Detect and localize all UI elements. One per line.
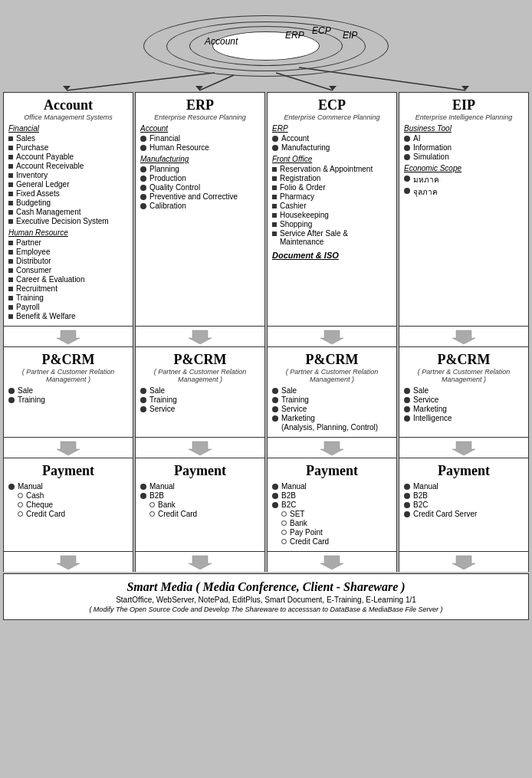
list-item: มหภาค <box>404 174 524 185</box>
list-item: Human Resource <box>140 143 260 152</box>
arrow-cell <box>399 438 529 458</box>
list-item: B2C <box>404 501 524 509</box>
pcrm-header-3: P&CRM ( Partner & Customer Relation Mana… <box>404 352 524 383</box>
human-resource-label: Human Resource <box>8 228 128 237</box>
eip-subtitle: Enterprise Intelligence Planning <box>404 113 524 121</box>
payment-title-3: Payment <box>404 463 524 479</box>
list-item: Bank <box>272 519 392 527</box>
list-item: Shopping <box>272 220 392 228</box>
pcrm-header-0: P&CRM ( Partner & Customer Relation Mana… <box>8 352 128 383</box>
down-arrow-icon <box>320 440 343 455</box>
arrow-cell <box>399 327 529 346</box>
svg-marker-16 <box>57 556 80 570</box>
footer-title: Smart Media ( Media Conference, Client -… <box>10 580 522 594</box>
pcrm-title-2: P&CRM <box>272 352 392 368</box>
main-grid: Account Office Management Systems Financ… <box>0 92 532 327</box>
list-item: Sale <box>404 386 524 395</box>
list-item: Payroll <box>8 303 128 311</box>
account-title: Account <box>8 97 128 113</box>
pcrm-subtitle-3: ( Partner & Customer Relation Management… <box>404 368 524 383</box>
list-item: Bank <box>140 501 260 509</box>
list-item: B2C <box>272 501 392 509</box>
ecp-header: ECP Enterprise Commerce Planning <box>272 97 392 121</box>
list-item: Partner <box>8 238 128 247</box>
list-item: Sales <box>8 134 128 143</box>
list-item: Marketing <box>272 414 392 422</box>
list-item: Preventive and Corrective <box>140 192 260 201</box>
eip-column: EIP Enterprise Intelligence Planning Bus… <box>399 92 529 327</box>
erp-subtitle: Enterprise Resource Planning <box>140 113 260 121</box>
list-item: Consumer <box>8 266 128 274</box>
label-erp: ERP <box>285 30 304 41</box>
list-item: Credit Card <box>140 510 260 518</box>
ecp-erp-label: ERP <box>272 124 392 133</box>
arrow-row-1 <box>0 327 532 346</box>
list-item: Training <box>140 396 260 404</box>
arrow-cell <box>135 327 265 346</box>
pcrm-title-0: P&CRM <box>8 352 128 368</box>
list-item: Sale <box>272 386 392 395</box>
payment-title-0: Payment <box>8 463 128 479</box>
svg-marker-17 <box>189 556 212 570</box>
list-item: Executive Decision System <box>8 217 128 225</box>
arrow-cell <box>135 438 265 458</box>
list-item: B2B <box>272 491 392 500</box>
list-item: Manual <box>140 482 260 491</box>
list-item: General Ledger <box>8 180 128 189</box>
eip-title: EIP <box>404 97 524 113</box>
pcrm-subtitle-0: ( Partner & Customer Relation Management… <box>8 368 128 383</box>
list-item: Account Receivable <box>8 162 128 170</box>
list-item: Cashier <box>272 202 392 210</box>
list-item: จุลภาค <box>404 186 524 198</box>
svg-marker-7 <box>461 86 469 90</box>
svg-marker-8 <box>57 330 80 344</box>
payment-title-1: Payment <box>140 463 260 479</box>
arrow-cell <box>267 552 397 572</box>
list-item: Benefit & Welfare <box>8 312 128 320</box>
down-arrow-icon <box>189 554 212 570</box>
list-item: Simulation <box>404 153 524 161</box>
list-item: Employee <box>8 248 128 256</box>
list-item: Account <box>272 134 392 143</box>
list-item: Quality Control <box>140 183 260 192</box>
financial-label: Financial <box>8 124 128 133</box>
arrow-row-3 <box>0 552 532 572</box>
footer-line1: StartOffice, WebServer, NotePad, EditPlu… <box>10 596 522 604</box>
list-item: Manufacturing <box>272 143 392 152</box>
svg-marker-3 <box>195 86 203 90</box>
svg-marker-18 <box>320 556 343 570</box>
list-item: Cash <box>8 491 128 500</box>
payment-col-2: Payment Manual B2B B2C SET Bank Pay Poin… <box>267 458 397 552</box>
list-item: Marketing <box>404 405 524 413</box>
payment-grid: Payment Manual Cash Cheque Credit Card P… <box>0 458 532 552</box>
list-item: Reservation & Appointment <box>272 165 392 173</box>
list-item: Calibration <box>140 202 260 210</box>
list-item: Training <box>8 396 128 404</box>
list-item: Pharmacy <box>272 192 392 201</box>
payment-col-0: Payment Manual Cash Cheque Credit Card <box>3 458 133 552</box>
down-arrow-icon <box>452 329 475 344</box>
erp-account-label: Account <box>140 124 260 133</box>
list-item: Manual <box>404 482 524 491</box>
svg-marker-14 <box>320 442 343 455</box>
ellipse-diagram: Account ERP ECP EIP <box>143 11 389 80</box>
svg-marker-13 <box>189 442 212 455</box>
payment-header-1: Payment <box>140 463 260 479</box>
account-header: Account Office Management Systems <box>8 97 128 121</box>
list-item: B2B <box>404 491 524 500</box>
manufacturing-label: Manufacturing <box>140 155 260 163</box>
payment-header-2: Payment <box>272 463 392 479</box>
down-arrow-icon <box>189 440 212 455</box>
list-item: Service <box>272 405 392 413</box>
list-item: Sale <box>140 386 260 395</box>
arrow-cell <box>399 552 529 572</box>
list-item: Service <box>404 396 524 404</box>
list-item: B2B <box>140 491 260 500</box>
list-item: Manual <box>8 482 128 491</box>
erp-column: ERP Enterprise Resource Planning Account… <box>135 92 265 327</box>
list-item: Budgeting <box>8 199 128 207</box>
svg-marker-5 <box>329 86 337 90</box>
list-item: Training <box>8 294 128 302</box>
svg-marker-15 <box>452 442 475 455</box>
list-item: Distributor <box>8 257 128 265</box>
